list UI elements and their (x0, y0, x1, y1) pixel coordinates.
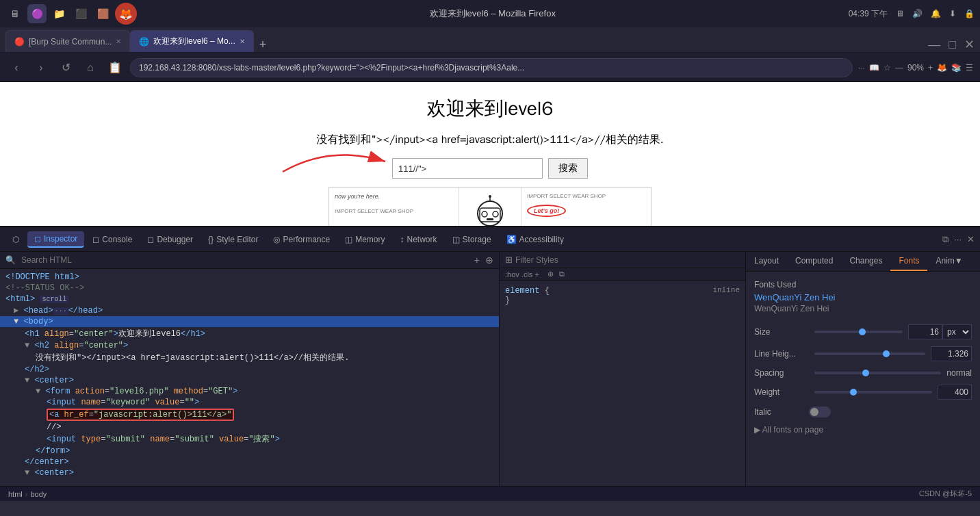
hov-cls-label[interactable]: :hov .cls + (505, 270, 539, 279)
devtools-tab-memory[interactable]: ◫ Memory (338, 232, 391, 247)
search-button[interactable]: 搜索 (548, 158, 588, 179)
devtools-responsive-icon[interactable]: ⧉ (942, 234, 949, 245)
tab-burp[interactable]: 🔴 [Burp Suite Commun... ✕ (5, 30, 130, 52)
devtools-close-icon[interactable]: ✕ (967, 234, 975, 244)
tab-close-1[interactable]: ✕ (116, 38, 121, 45)
devtools-tab-accessibility[interactable]: ♿ Accessibility (500, 232, 571, 247)
fonts-primary-value: WenQuanYi Zen Hei (754, 292, 972, 302)
system-icon-4[interactable]: ⬛ (71, 4, 90, 23)
system-icon-2[interactable]: 🟣 (27, 4, 47, 23)
devtools-tab-console[interactable]: ◻ Console (86, 232, 139, 247)
styles-copy-icon[interactable]: ⊕ (547, 270, 554, 279)
breadcrumb-separator: › (25, 490, 28, 498)
new-tab-button[interactable]: + (254, 38, 272, 52)
html-line-head[interactable]: ▶ <head>···</head> (0, 305, 499, 316)
html-line-h2-text[interactable]: 没有找到和"></input><a href=javascript:alert(… (0, 351, 499, 364)
html-line-a-highlighted[interactable]: <a hr_ef="javascript:alert()>111</a>" (0, 408, 499, 422)
styles-panel-icon[interactable]: ⧉ (559, 270, 565, 279)
html-line-center2[interactable]: ▼ <center> (0, 467, 499, 478)
styles-close-brace: } (505, 296, 510, 305)
font-weight-input[interactable] (938, 385, 972, 400)
tab-close-2[interactable]: ✕ (240, 38, 245, 45)
devtools-tab-inspector[interactable]: ◻ Inspector (27, 231, 84, 248)
font-lineheight-input[interactable] (931, 346, 972, 361)
html-line-input-keyword[interactable]: <input name="keyword" value=""> (0, 397, 499, 408)
system-icon-5[interactable]: 🟫 (93, 4, 112, 23)
devtools-tab-network[interactable]: ↕ Network (394, 232, 444, 247)
font-size-unit-select[interactable]: px em (942, 324, 972, 339)
fonts-content: Fonts Used WenQuanYi Zen Hei WenQuanYi Z… (746, 272, 980, 486)
system-icon-firefox[interactable]: 🦊 (115, 3, 137, 25)
search-input[interactable] (392, 158, 543, 179)
html-line-h2-close[interactable]: </h2> (0, 364, 499, 375)
tab-level6[interactable]: 🌐 欢迎来到level6 – Mo... ✕ (130, 30, 253, 52)
address-ext-icon[interactable]: 🦊 (937, 63, 947, 73)
devtools-pick-element[interactable]: ⬡ (5, 232, 26, 247)
back-button[interactable]: ‹ (7, 58, 26, 77)
html-line-h2-open[interactable]: ▼ <h2 align="center"> (0, 340, 499, 351)
html-add-node-icon[interactable]: + (474, 255, 480, 266)
address-more-icon[interactable]: ··· (858, 63, 865, 73)
html-line-comment[interactable]: <!--STATUS OK--> (0, 283, 499, 294)
zoom-minus[interactable]: — (895, 63, 903, 73)
fonts-tab-changes[interactable]: Changes (841, 252, 890, 271)
fonts-tab-anim[interactable]: Anim▼ (927, 252, 970, 271)
address-bookmarks-icon[interactable]: 📚 (951, 63, 962, 73)
html-line-center1[interactable]: ▼ <center> (0, 375, 499, 386)
filter-icon: ⊞ (505, 255, 513, 265)
font-size-input[interactable] (908, 324, 942, 339)
fonts-tab-computed[interactable]: Computed (787, 252, 841, 271)
storage-icon: ◫ (452, 235, 460, 244)
html-line-form[interactable]: ▼ <form action="level6.php" method="GET"… (0, 386, 499, 397)
font-spacing-slider[interactable] (814, 372, 941, 374)
tab-label-1: [Burp Suite Commun... (29, 37, 112, 47)
browser-window: 🖥 🟣 📁 ⬛ 🟫 🦊 欢迎来到level6 – Mozilla Firefox… (0, 0, 980, 516)
font-spacing-property: Spacing normal (754, 368, 972, 378)
html-line-body[interactable]: ▼ <body> (0, 316, 499, 327)
html-line-html[interactable]: <html> scroll (0, 294, 499, 305)
styles-filter-input[interactable] (515, 255, 740, 265)
devtools-panel: ⬡ ◻ Inspector ◻ Console ◻ Debugger {} St… (0, 226, 980, 486)
html-line-form-close[interactable]: </form> (0, 446, 499, 456)
forward-button[interactable]: › (31, 58, 51, 77)
robot-icon (466, 193, 514, 227)
address-star-icon[interactable]: ☆ (884, 63, 891, 73)
system-icon-1[interactable]: 🖥 (5, 4, 25, 23)
html-line-input-submit[interactable]: <input type="submit" name="submit" value… (0, 433, 499, 446)
html-pick-icon[interactable]: ⊕ (485, 255, 493, 266)
breadcrumb-body[interactable]: body (30, 490, 47, 498)
banner-center (459, 188, 521, 226)
system-icon-3[interactable]: 📁 (49, 4, 68, 23)
all-fonts-link[interactable]: All fonts on page (754, 424, 972, 435)
html-line-h1[interactable]: <h1 align="center">欢迎来到level6</h1> (0, 327, 499, 340)
fonts-tab-layout[interactable]: Layout (746, 252, 787, 271)
address-reader-icon[interactable]: 📖 (869, 63, 879, 73)
devtools-more-icon[interactable]: ··· (954, 234, 962, 244)
devtools-tab-style-editor[interactable]: {} Style Editor (201, 232, 265, 247)
html-line-doctype[interactable]: <!DOCTYPE html> (0, 272, 499, 283)
html-line-center1-close[interactable]: </center> (0, 456, 499, 467)
html-line-slashes[interactable]: //> (0, 422, 499, 433)
fonts-tab-fonts[interactable]: Fonts (890, 252, 927, 271)
html-search-input[interactable] (21, 255, 469, 265)
font-lineheight-slider[interactable] (814, 352, 925, 355)
win-minimize-btn[interactable]: — (928, 38, 940, 52)
font-size-slider[interactable] (814, 331, 903, 333)
banner-left: now you're here. IMPORT SELECT WEAR SHOP… (329, 188, 459, 226)
breadcrumb-html[interactable]: html (8, 490, 23, 498)
font-italic-toggle[interactable] (809, 407, 831, 417)
banner-area: now you're here. IMPORT SELECT WEAR SHOP… (328, 187, 652, 226)
win-maximize-btn[interactable]: □ (949, 38, 956, 52)
styles-panel: ⊞ :hov .cls + ⊕ ⧉ element inline { } (500, 252, 746, 486)
reload-button[interactable]: ↺ (56, 58, 75, 77)
win-close-btn[interactable]: ✕ (964, 37, 975, 52)
address-settings-icon[interactable]: ☰ (966, 63, 973, 73)
devtools-tab-performance[interactable]: ◎ Performance (266, 232, 337, 247)
address-input[interactable] (130, 58, 853, 77)
zoom-plus[interactable]: + (928, 63, 933, 73)
bookmark-button[interactable]: 📋 (105, 58, 125, 77)
devtools-tab-storage[interactable]: ◫ Storage (446, 232, 498, 247)
font-weight-slider[interactable] (814, 391, 932, 394)
home-button[interactable]: ⌂ (81, 58, 100, 77)
devtools-tab-debugger[interactable]: ◻ Debugger (140, 232, 200, 247)
